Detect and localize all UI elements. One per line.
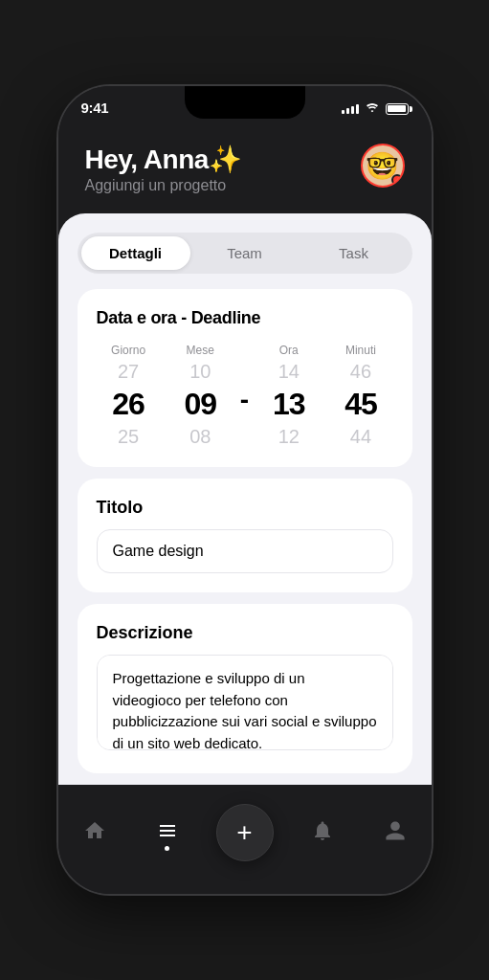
descrizione-input[interactable]: Progettazione e sviluppo di un videogioc… [97, 655, 393, 750]
nav-home[interactable] [71, 819, 119, 842]
giorno-current: 26 [112, 387, 144, 422]
tab-team[interactable]: Team [190, 236, 300, 270]
dynamic-island [185, 86, 305, 119]
avatar[interactable]: 🤓 [361, 144, 405, 188]
tab-task[interactable]: Task [300, 236, 409, 270]
label-minuti: Minuti [345, 344, 376, 357]
tabs: Dettagli Team Task [78, 233, 412, 274]
titolo-section: Titolo [78, 479, 412, 592]
plus-icon: + [236, 819, 252, 846]
col-minuti[interactable]: Minuti 46 45 44 [328, 344, 392, 448]
ora-next: 12 [278, 426, 300, 448]
status-time: 9:41 [81, 100, 109, 116]
phone-content: Hey, Anna✨ Aggiungi un progetto 🤓 Dettag… [58, 86, 432, 894]
ora-current: 13 [273, 387, 305, 422]
datetime-card: Data e ora - Deadline Giorno 27 26 25 Me… [78, 289, 412, 467]
nav-bell[interactable] [299, 819, 346, 842]
minuti-next: 44 [350, 426, 371, 448]
nav-notes-dot [165, 846, 169, 851]
phone-frame: 9:41 Hey, Anna✨ Aggiungi un progetto 🤓 [58, 86, 432, 894]
scroll-area[interactable]: Dettagli Team Task Data e ora - Deadline… [58, 213, 432, 894]
avatar-dot [391, 174, 403, 186]
label-giorno: Giorno [111, 344, 145, 357]
mese-next: 08 [189, 426, 211, 448]
datetime-grid: Giorno 27 26 25 Mese 10 09 08 - [97, 344, 393, 448]
fab-add-button[interactable]: + [216, 804, 274, 861]
wifi-icon [365, 101, 380, 116]
nav-notes[interactable] [144, 819, 191, 851]
nav-profile[interactable] [371, 819, 419, 842]
col-giorno[interactable]: Giorno 27 26 25 [97, 344, 161, 448]
descrizione-label: Descrizione [97, 623, 393, 643]
descrizione-section: Descrizione Progettazione e sviluppo di … [78, 604, 412, 773]
subtitle: Aggiungi un progetto [85, 177, 242, 194]
signal-icon [342, 104, 359, 114]
titolo-label: Titolo [97, 498, 393, 518]
greeting: Hey, Anna✨ [85, 144, 242, 175]
titolo-input[interactable] [97, 529, 393, 573]
header-text: Hey, Anna✨ Aggiungi un progetto [85, 144, 242, 194]
minuti-current: 45 [345, 387, 377, 422]
tab-dettagli[interactable]: Dettagli [81, 236, 190, 270]
bottom-nav: + [58, 808, 432, 894]
label-mese: Mese [187, 344, 214, 357]
ora-prev: 14 [278, 361, 300, 383]
giorno-next: 25 [118, 426, 139, 448]
datetime-title: Data e ora - Deadline [97, 308, 393, 328]
battery-icon [386, 103, 409, 115]
giorno-prev: 27 [118, 361, 139, 383]
label-ora: Ora [279, 344, 299, 357]
time-separator: - [240, 385, 249, 415]
tabs-container: Dettagli Team Task [58, 213, 432, 274]
col-mese[interactable]: Mese 10 09 08 [168, 344, 233, 448]
status-icons [342, 100, 409, 116]
col-ora[interactable]: Ora 14 13 12 [256, 344, 321, 448]
mese-current: 09 [184, 387, 216, 422]
minuti-prev: 46 [350, 361, 371, 383]
mese-prev: 10 [189, 361, 211, 383]
